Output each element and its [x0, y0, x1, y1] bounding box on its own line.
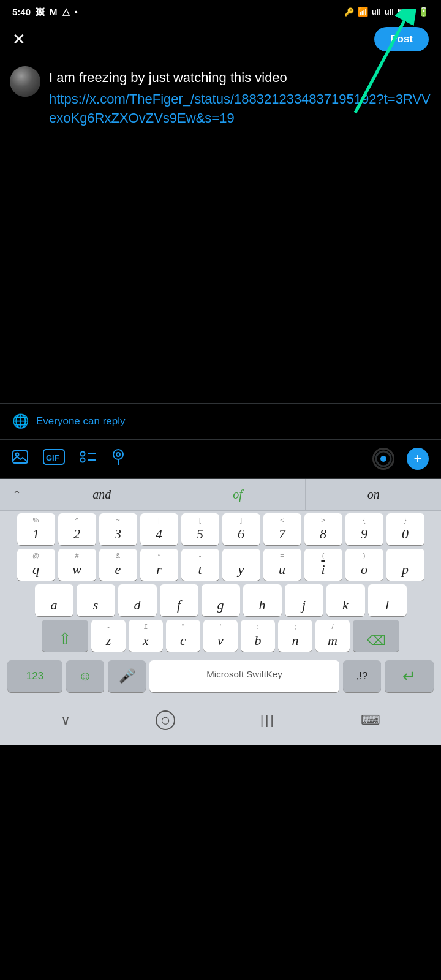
return-key[interactable]: ↵ — [385, 660, 434, 692]
key-m[interactable]: / m — [315, 620, 350, 652]
key-y[interactable]: + y — [222, 549, 260, 581]
keyboard-rows: % 1 ^ 2 ~ 3 | 4 [ 5 ] 6 — [0, 511, 441, 698]
key-e[interactable]: & e — [99, 549, 137, 581]
key-6[interactable]: ] 6 — [222, 513, 260, 545]
key-g[interactable]: g — [202, 584, 240, 616]
space-label: Microsoft SwiftKey — [206, 669, 282, 679]
key-r[interactable]: * r — [140, 549, 178, 581]
emoji-icon: ☺ — [78, 668, 92, 684]
nav-keyboard[interactable]: ⌨ — [356, 707, 385, 733]
key-i[interactable]: ( i — [304, 549, 342, 581]
plus-icon: + — [414, 451, 422, 467]
time: 5:40 — [12, 7, 31, 17]
key-o[interactable]: ) o — [345, 549, 383, 581]
key-u[interactable]: = u — [263, 549, 301, 581]
svg-point-11 — [116, 453, 120, 456]
nav-home[interactable]: ○ — [151, 706, 180, 735]
key-c[interactable]: " c — [166, 620, 200, 652]
tweet-link[interactable]: https://x.com/TheFiger_/status/188321233… — [49, 90, 431, 128]
key-7[interactable]: < 7 — [263, 513, 301, 545]
123-key[interactable]: 123 — [7, 660, 62, 692]
key-5[interactable]: [ 5 — [181, 513, 219, 545]
suggestion-words: and of on — [34, 479, 441, 510]
mic-icon: 🎤 — [119, 668, 135, 684]
chevron-up-icon: ⌃ — [12, 488, 21, 502]
post-button[interactable]: Post — [374, 27, 429, 51]
avatar — [10, 66, 40, 97]
suggestion-of[interactable]: of — [170, 479, 306, 510]
mail-icon: M — [50, 7, 58, 17]
status-bar: 5:40 🖼 M △ • 🔑 📶 ull ull 53% 🔋 — [0, 0, 441, 21]
toolbar-icons: GIF — [12, 448, 125, 469]
suggestion-chevron[interactable]: ⌃ — [0, 479, 34, 510]
key-3[interactable]: ~ 3 — [99, 513, 137, 545]
photo-icon: 🖼 — [36, 7, 45, 17]
key-1[interactable]: % 1 — [17, 513, 55, 545]
key-f[interactable]: f — [160, 584, 198, 616]
chevron-down-icon: ∨ — [61, 712, 70, 728]
globe-icon: 🌐 — [12, 413, 29, 429]
poll-icon[interactable] — [80, 449, 97, 469]
punctuation-key[interactable]: ,!? — [343, 660, 381, 692]
key-v[interactable]: ' v — [203, 620, 238, 652]
return-icon: ↵ — [402, 667, 416, 686]
number-row: % 1 ^ 2 ~ 3 | 4 [ 5 ] 6 — [1, 513, 440, 545]
key-n[interactable]: ; n — [278, 620, 312, 652]
key-l[interactable]: l — [368, 584, 407, 616]
add-thread-button[interactable]: + — [407, 448, 429, 470]
suggestion-on[interactable]: on — [306, 479, 441, 510]
key-2[interactable]: ^ 2 — [58, 513, 96, 545]
gif-icon[interactable]: GIF — [43, 449, 65, 469]
svg-point-10 — [113, 450, 123, 459]
character-count — [372, 448, 394, 470]
key-z[interactable]: - z — [91, 620, 126, 652]
key-w[interactable]: # w — [58, 549, 96, 581]
key-h[interactable]: h — [243, 584, 282, 616]
key-t[interactable]: - t — [181, 549, 219, 581]
keyboard-icon: ⌨ — [361, 712, 380, 728]
key-d[interactable]: d — [118, 584, 157, 616]
space-key[interactable]: Microsoft SwiftKey — [149, 660, 339, 692]
key-9[interactable]: { 9 — [345, 513, 383, 545]
key-k[interactable]: k — [326, 584, 365, 616]
shift-key[interactable]: ⇧ — [42, 620, 88, 652]
key-a[interactable]: a — [35, 584, 74, 616]
signal2-icon: ull — [385, 7, 394, 17]
key-8[interactable]: > 8 — [304, 513, 342, 545]
emoji-key[interactable]: ☺ — [66, 660, 104, 692]
home-circle-icon: ○ — [156, 710, 175, 730]
tweet-body-text: I am freezing by just watching this vide… — [49, 69, 431, 88]
bottom-row: 123 ☺ 🎤 Microsoft SwiftKey ,!? ↵ — [1, 655, 440, 698]
battery-percent: 53% — [398, 7, 415, 17]
close-button[interactable]: ✕ — [12, 31, 26, 47]
zxcv-row: ⇧ - z £ x " c ' v : b ; — [1, 620, 440, 652]
dot-icon: • — [75, 7, 78, 17]
key-x[interactable]: £ x — [129, 620, 163, 652]
nav-bar: ∨ ○ ||| ⌨ — [0, 698, 441, 745]
avatar-image — [10, 66, 40, 97]
key-0[interactable]: } 0 — [386, 513, 424, 545]
drive-icon: △ — [62, 6, 70, 17]
nav-down[interactable]: ∨ — [56, 707, 75, 733]
compose-text[interactable]: I am freezing by just watching this vide… — [49, 66, 431, 127]
key-j[interactable]: j — [285, 584, 323, 616]
key-4[interactable]: | 4 — [140, 513, 178, 545]
123-label: 123 — [26, 670, 43, 682]
key-b[interactable]: : b — [241, 620, 275, 652]
top-bar: ✕ Post — [0, 21, 441, 60]
reply-settings[interactable]: 🌐 Everyone can reply — [0, 404, 441, 439]
suggestion-and[interactable]: and — [34, 479, 170, 510]
location-icon[interactable] — [111, 448, 125, 469]
reply-text: Everyone can reply — [36, 415, 126, 428]
key-q[interactable]: @ q — [17, 549, 55, 581]
nav-recents[interactable]: ||| — [255, 709, 281, 733]
battery-icon: 🔋 — [418, 7, 429, 17]
svg-point-7 — [81, 458, 85, 462]
mic-key[interactable]: 🎤 — [108, 660, 146, 692]
key-s[interactable]: s — [77, 584, 115, 616]
image-icon[interactable] — [12, 449, 28, 469]
backspace-key[interactable]: ⌫ — [353, 620, 399, 652]
status-left: 5:40 🖼 M △ • — [12, 6, 78, 17]
key-p[interactable]: p — [386, 549, 424, 581]
punctuation-label: ,!? — [356, 670, 368, 682]
